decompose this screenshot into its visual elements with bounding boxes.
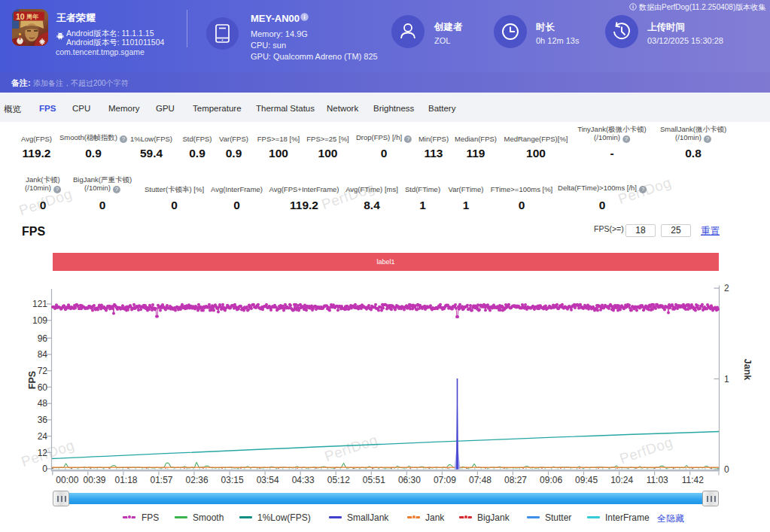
svg-text:109: 109 bbox=[32, 315, 47, 326]
svg-text:03:54: 03:54 bbox=[257, 475, 279, 485]
svg-text:周年: 周年 bbox=[26, 14, 39, 20]
svg-text:03:15: 03:15 bbox=[221, 475, 244, 485]
svg-text:05:12: 05:12 bbox=[327, 475, 350, 485]
svg-text:84: 84 bbox=[38, 349, 48, 360]
svg-text:96: 96 bbox=[38, 333, 48, 344]
svg-text:07:09: 07:09 bbox=[434, 475, 456, 485]
svg-text:09:45: 09:45 bbox=[575, 475, 598, 485]
svg-text:1: 1 bbox=[724, 374, 729, 385]
svg-text:2: 2 bbox=[724, 283, 729, 293]
svg-text:FPS: FPS bbox=[27, 371, 38, 389]
svg-text:05:51: 05:51 bbox=[363, 475, 385, 485]
svg-text:0: 0 bbox=[42, 464, 47, 474]
svg-text:121: 121 bbox=[32, 299, 47, 309]
svg-text:06:30: 06:30 bbox=[398, 475, 421, 485]
svg-text:36: 36 bbox=[38, 415, 48, 425]
svg-text:02:36: 02:36 bbox=[186, 475, 208, 485]
svg-text:11:03: 11:03 bbox=[647, 475, 668, 485]
svg-text:10:24: 10:24 bbox=[610, 475, 633, 485]
svg-text:09:06: 09:06 bbox=[540, 475, 562, 485]
svg-text:01:18: 01:18 bbox=[114, 475, 137, 485]
svg-text:48: 48 bbox=[38, 398, 48, 409]
svg-text:10: 10 bbox=[16, 12, 25, 21]
svg-text:72: 72 bbox=[38, 366, 48, 376]
svg-text:60: 60 bbox=[38, 382, 48, 393]
svg-text:04:33: 04:33 bbox=[292, 475, 315, 485]
svg-text:12: 12 bbox=[38, 448, 48, 458]
svg-text:00:00: 00:00 bbox=[56, 475, 78, 485]
svg-text:07:48: 07:48 bbox=[469, 475, 492, 485]
svg-text:11:42: 11:42 bbox=[682, 475, 704, 485]
svg-text:08:27: 08:27 bbox=[504, 475, 527, 485]
svg-text:0: 0 bbox=[724, 464, 729, 475]
svg-text:01:57: 01:57 bbox=[150, 475, 172, 485]
svg-text:Jank: Jank bbox=[742, 359, 753, 381]
svg-text:00:39: 00:39 bbox=[83, 475, 105, 485]
svg-text:24: 24 bbox=[38, 431, 48, 442]
